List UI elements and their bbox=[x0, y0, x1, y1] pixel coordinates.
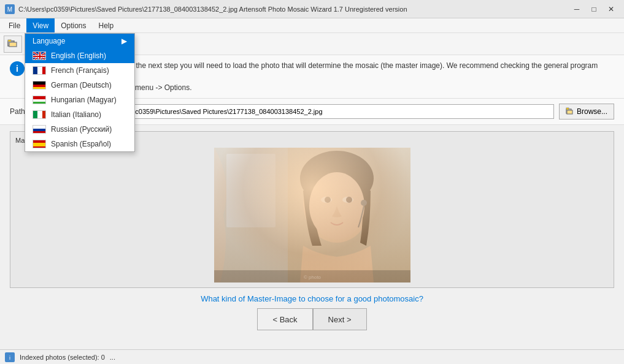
svg-point-43 bbox=[325, 197, 331, 203]
next-button[interactable]: Next > bbox=[313, 308, 367, 330]
svg-rect-19 bbox=[33, 102, 46, 104]
flag-es bbox=[33, 140, 46, 148]
svg-point-41 bbox=[321, 197, 332, 203]
lang-german[interactable]: German (Deutsch) bbox=[25, 78, 134, 93]
svg-rect-18 bbox=[33, 96, 46, 99]
svg-rect-31 bbox=[9, 42, 17, 47]
svg-text:© photo: © photo bbox=[303, 275, 321, 280]
toolbar-open-button[interactable] bbox=[4, 36, 22, 53]
menu-options[interactable]: Options bbox=[55, 18, 92, 32]
svg-rect-10 bbox=[33, 56, 46, 57]
svg-rect-25 bbox=[33, 129, 46, 131]
preview-section: Master image preview bbox=[10, 131, 614, 288]
browse-button[interactable]: Browse... bbox=[559, 104, 614, 119]
preview-image-container: © photo bbox=[15, 148, 609, 282]
svg-rect-33 bbox=[566, 108, 569, 110]
minimize-button[interactable]: ─ bbox=[569, 2, 585, 16]
svg-rect-13 bbox=[42, 67, 46, 75]
svg-text:M: M bbox=[7, 6, 12, 13]
svg-point-45 bbox=[361, 200, 367, 206]
svg-point-39 bbox=[300, 151, 374, 206]
lang-russian[interactable]: Russian (Русский) bbox=[25, 122, 134, 137]
svg-point-40 bbox=[309, 172, 364, 240]
maximize-button[interactable]: □ bbox=[586, 2, 602, 16]
title-bar: M C:\Users\pc0359\Pictures\Saved Picture… bbox=[0, 0, 624, 18]
menu-help[interactable]: Help bbox=[93, 18, 120, 32]
svg-rect-12 bbox=[33, 67, 37, 75]
browse-icon bbox=[566, 107, 574, 116]
svg-point-44 bbox=[346, 197, 352, 203]
language-submenu-trigger[interactable]: Language ▶ bbox=[25, 34, 134, 48]
svg-rect-34 bbox=[567, 110, 572, 114]
close-button[interactable]: ✕ bbox=[603, 2, 619, 16]
svg-point-42 bbox=[342, 197, 353, 203]
window-controls: ─ □ ✕ bbox=[569, 2, 619, 16]
svg-rect-24 bbox=[33, 126, 46, 129]
lang-english-label: English (English) bbox=[51, 51, 106, 60]
menu-file[interactable]: File bbox=[2, 18, 26, 32]
svg-rect-30 bbox=[8, 40, 11, 42]
flag-fr bbox=[33, 66, 46, 75]
svg-rect-36 bbox=[214, 148, 288, 282]
svg-rect-28 bbox=[33, 146, 46, 148]
flag-ru bbox=[33, 125, 46, 134]
svg-rect-35 bbox=[214, 148, 410, 282]
main-content: Master image preview bbox=[0, 125, 624, 336]
flag-hu bbox=[33, 96, 46, 104]
svg-text:i: i bbox=[9, 355, 10, 361]
menu-view[interactable]: View bbox=[26, 18, 55, 32]
language-dropdown: Language ▶ English (English) bbox=[25, 33, 135, 152]
lang-french-label: French (Français) bbox=[51, 66, 109, 75]
lang-russian-label: Russian (Русский) bbox=[51, 125, 112, 134]
help-link-container: What kind of Master-Image to choose for … bbox=[10, 294, 614, 303]
svg-rect-15 bbox=[33, 82, 46, 85]
lang-italian-label: Italian (Italiano) bbox=[51, 110, 101, 119]
svg-rect-21 bbox=[33, 111, 37, 119]
navigation-buttons: < Back Next > bbox=[10, 308, 614, 330]
lang-german-label: German (Deutsch) bbox=[51, 81, 112, 89]
preview-image: © photo bbox=[214, 148, 410, 282]
lang-spanish[interactable]: Spanish (Español) bbox=[25, 137, 134, 151]
lang-spanish-label: Spanish (Español) bbox=[51, 140, 111, 148]
help-link[interactable]: What kind of Master-Image to choose for … bbox=[201, 294, 423, 303]
title-text: C:\Users\pc0359\Pictures\Saved Pictures\… bbox=[18, 6, 407, 13]
status-bar: i Indexed photos (selected): 0 ... bbox=[0, 349, 624, 364]
language-label: Language bbox=[33, 37, 65, 45]
info-icon: i bbox=[10, 61, 25, 76]
lang-italian[interactable]: Italian (Italiano) bbox=[25, 107, 134, 122]
lang-french[interactable]: French (Français) bbox=[25, 63, 134, 78]
svg-point-38 bbox=[303, 163, 371, 243]
flag-it bbox=[33, 110, 46, 119]
menu-bar: File View Options Help Language ▶ Englis… bbox=[0, 18, 624, 33]
lang-hungarian[interactable]: Hungarian (Magyar) bbox=[25, 93, 134, 107]
back-button[interactable]: < Back bbox=[257, 308, 312, 330]
flag-en bbox=[33, 51, 46, 60]
svg-rect-27 bbox=[33, 140, 46, 143]
path-input[interactable] bbox=[99, 104, 554, 119]
portrait-svg: © photo bbox=[214, 148, 410, 282]
app-icon: M bbox=[5, 4, 15, 14]
submenu-arrow: ▶ bbox=[121, 37, 127, 45]
status-icon: i bbox=[5, 352, 15, 362]
svg-rect-16 bbox=[33, 85, 46, 87]
svg-rect-37 bbox=[226, 154, 275, 227]
status-text: Indexed photos (selected): 0 bbox=[20, 354, 105, 361]
lang-hungarian-label: Hungarian (Magyar) bbox=[51, 96, 117, 104]
status-loading: ... bbox=[110, 354, 115, 361]
lang-english[interactable]: English (English) bbox=[25, 48, 134, 63]
open-icon bbox=[7, 39, 18, 50]
svg-rect-22 bbox=[42, 111, 46, 119]
svg-rect-46 bbox=[214, 270, 410, 282]
flag-de bbox=[33, 81, 46, 89]
